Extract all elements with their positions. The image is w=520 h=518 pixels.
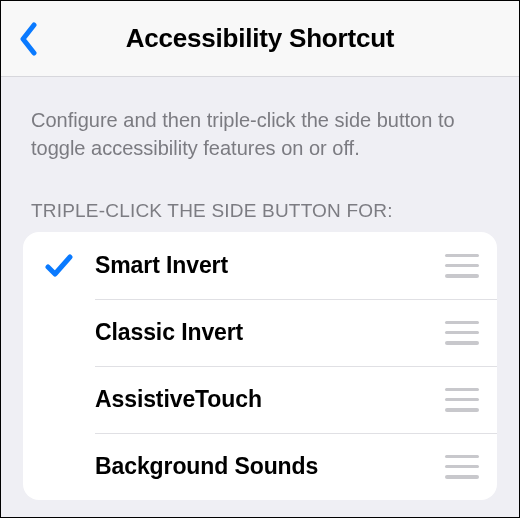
list-item-label: Background Sounds bbox=[95, 453, 445, 480]
reorder-handle-icon[interactable] bbox=[445, 254, 479, 278]
shortcut-list: Smart Invert Classic Invert As bbox=[23, 232, 497, 500]
description-text: Configure and then triple-click the side… bbox=[1, 77, 519, 162]
chevron-left-icon bbox=[19, 22, 39, 56]
reorder-handle-icon[interactable] bbox=[445, 455, 479, 479]
list-item-label: AssistiveTouch bbox=[95, 386, 445, 413]
check-slot bbox=[23, 320, 95, 346]
check-slot bbox=[23, 454, 95, 480]
check-slot bbox=[23, 253, 95, 279]
settings-screen: Accessibility Shortcut Configure and the… bbox=[0, 0, 520, 518]
reorder-handle-icon[interactable] bbox=[445, 321, 479, 345]
section-header: TRIPLE-CLICK THE SIDE BUTTON FOR: bbox=[1, 162, 519, 232]
back-button[interactable] bbox=[11, 1, 47, 77]
reorder-handle-icon[interactable] bbox=[445, 388, 479, 412]
list-item[interactable]: AssistiveTouch bbox=[23, 366, 497, 433]
page-title: Accessibility Shortcut bbox=[1, 23, 519, 54]
check-slot bbox=[23, 387, 95, 413]
content: Configure and then triple-click the side… bbox=[1, 77, 519, 500]
list-item[interactable]: Classic Invert bbox=[23, 299, 497, 366]
list-item[interactable]: Smart Invert bbox=[23, 232, 497, 299]
checkmark-icon bbox=[45, 253, 73, 279]
navbar: Accessibility Shortcut bbox=[1, 1, 519, 77]
list-item-label: Classic Invert bbox=[95, 319, 445, 346]
list-item[interactable]: Background Sounds bbox=[23, 433, 497, 500]
list-item-label: Smart Invert bbox=[95, 252, 445, 279]
